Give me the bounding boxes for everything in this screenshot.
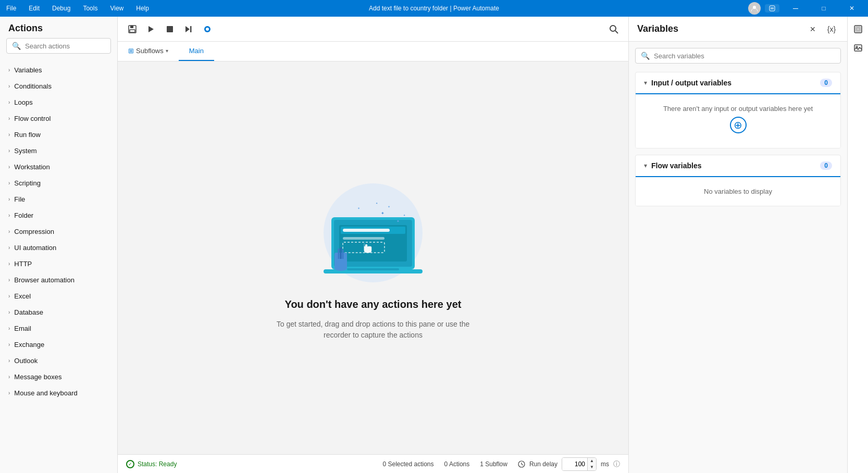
- search-variables-input[interactable]: [654, 52, 835, 60]
- svg-point-11: [610, 26, 616, 31]
- account-label[interactable]: [765, 4, 779, 13]
- variables-search-icon: 🔍: [641, 52, 650, 60]
- input-output-variables-section: ▾ Input / output variables 0 There aren'…: [635, 72, 841, 148]
- action-item-http[interactable]: ›HTTP: [0, 256, 117, 272]
- save-button[interactable]: [124, 21, 141, 38]
- action-item-label: HTTP: [14, 260, 32, 268]
- variables-extra-button[interactable]: {x}: [824, 22, 839, 36]
- action-chevron-icon: ›: [8, 164, 10, 170]
- variables-panel: Variables ✕ {x} 🔍 ▾ Input / output varia…: [628, 17, 847, 473]
- input-output-section-body: There aren't any input or output variabl…: [636, 94, 840, 148]
- close-button[interactable]: ✕: [840, 0, 864, 17]
- action-item-label: Message boxes: [14, 373, 61, 381]
- action-item-loops[interactable]: ›Loops: [0, 94, 117, 110]
- actions-search-box[interactable]: 🔍: [6, 38, 111, 54]
- add-input-output-variable-button[interactable]: ⊕: [730, 117, 747, 133]
- run-delay-icon: [518, 460, 525, 468]
- action-item-run-flow[interactable]: ›Run flow: [0, 127, 117, 143]
- run-delay-unit: ms: [601, 460, 609, 468]
- svg-rect-8: [190, 26, 192, 32]
- action-item-system[interactable]: ›System: [0, 143, 117, 159]
- action-item-message-boxes[interactable]: ›Message boxes: [0, 369, 117, 385]
- menu-item-debug[interactable]: Debug: [50, 4, 72, 13]
- window-controls[interactable]: ─ □ ✕: [748, 0, 864, 17]
- subflow-count: 1 Subflow: [480, 460, 507, 468]
- menu-bar[interactable]: FileEditDebugToolsViewHelp: [4, 4, 151, 13]
- title-bar: FileEditDebugToolsViewHelp Add text file…: [0, 0, 868, 17]
- tab-subflows[interactable]: ⊞ Subflows ▾: [118, 42, 179, 61]
- action-item-label: Excel: [14, 292, 31, 300]
- svg-rect-4: [130, 30, 135, 32]
- action-chevron-icon: ›: [8, 261, 10, 267]
- action-item-mouse-and-keyboard[interactable]: ›Mouse and keyboard: [0, 385, 117, 401]
- menu-item-tools[interactable]: Tools: [81, 4, 100, 13]
- flow-variables-chevron-icon: ▾: [644, 162, 647, 169]
- record-button[interactable]: [199, 21, 216, 38]
- action-chevron-icon: ›: [8, 342, 10, 347]
- svg-text:✦: ✦: [388, 205, 390, 208]
- action-item-conditionals[interactable]: ›Conditionals: [0, 78, 117, 94]
- svg-text:✦: ✦: [376, 202, 378, 205]
- action-item-scripting[interactable]: ›Scripting: [0, 175, 117, 191]
- input-output-section-badge: 0: [820, 79, 832, 87]
- action-item-outlook[interactable]: ›Outlook: [0, 353, 117, 369]
- action-item-exchange[interactable]: ›Exchange: [0, 337, 117, 353]
- run-button[interactable]: [143, 21, 159, 38]
- action-item-database[interactable]: ›Database: [0, 304, 117, 320]
- action-item-variables[interactable]: ›Variables: [0, 62, 117, 78]
- action-chevron-icon: ›: [8, 229, 10, 234]
- action-chevron-icon: ›: [8, 293, 10, 299]
- tab-subflows-label: Subflows: [136, 47, 164, 55]
- flow-variables-section-header[interactable]: ▾ Flow variables 0: [636, 155, 840, 177]
- run-delay-up-button[interactable]: ▲: [588, 458, 596, 464]
- action-chevron-icon: ›: [8, 132, 10, 138]
- action-item-label: Loops: [14, 98, 32, 106]
- action-item-workstation[interactable]: ›Workstation: [0, 159, 117, 175]
- stop-button[interactable]: [162, 21, 178, 38]
- maximize-button[interactable]: □: [812, 0, 836, 17]
- menu-item-help[interactable]: Help: [134, 4, 151, 13]
- image-button[interactable]: [850, 40, 866, 56]
- action-item-file[interactable]: ›File: [0, 191, 117, 207]
- action-item-folder[interactable]: ›Folder: [0, 207, 117, 223]
- layers-button[interactable]: [850, 21, 866, 38]
- svg-line-12: [615, 31, 618, 33]
- actions-panel: Actions 🔍 ›Variables›Conditionals›Loops›…: [0, 17, 118, 473]
- avatar: [748, 2, 761, 15]
- action-chevron-icon: ›: [8, 196, 10, 202]
- action-item-browser-automation[interactable]: ›Browser automation: [0, 272, 117, 288]
- action-item-label: Workstation: [14, 163, 49, 171]
- toolbar-search-button[interactable]: [605, 21, 622, 38]
- run-delay-down-button[interactable]: ▼: [588, 464, 596, 470]
- action-chevron-icon: ›: [8, 390, 10, 396]
- empty-state-illustration: ✦ ✦ ✦ ✦ ✦ ✦: [300, 176, 446, 290]
- action-item-ui-automation[interactable]: ›UI automation: [0, 240, 117, 256]
- menu-item-edit[interactable]: Edit: [27, 4, 42, 13]
- next-step-button[interactable]: [180, 21, 197, 38]
- action-item-compression[interactable]: ›Compression: [0, 223, 117, 240]
- menu-item-view[interactable]: View: [108, 4, 126, 13]
- status-items: 0 Selected actions 0 Actions 1 Subflow R…: [382, 457, 620, 471]
- menu-item-file[interactable]: File: [4, 4, 18, 13]
- actions-list: ›Variables›Conditionals›Loops›Flow contr…: [0, 60, 117, 473]
- run-delay-input[interactable]: [562, 458, 587, 470]
- run-delay-input-wrap[interactable]: ▲ ▼: [562, 457, 597, 471]
- selected-actions-count: 0 Selected actions: [382, 460, 433, 468]
- variables-body: ▾ Input / output variables 0 There aren'…: [629, 70, 847, 473]
- run-delay-section: Run delay ▲ ▼ ms ⓘ: [518, 457, 620, 471]
- search-actions-input[interactable]: [25, 42, 105, 50]
- input-output-section-header[interactable]: ▾ Input / output variables 0: [636, 72, 840, 94]
- status-dot: ✓: [126, 460, 134, 468]
- action-item-excel[interactable]: ›Excel: [0, 288, 117, 304]
- variables-close-button[interactable]: ✕: [805, 22, 820, 36]
- minimize-button[interactable]: ─: [784, 0, 808, 17]
- action-item-label: Scripting: [14, 179, 41, 187]
- variables-search-box[interactable]: 🔍: [635, 48, 841, 64]
- run-delay-spinners: ▲ ▼: [587, 458, 596, 470]
- tab-main[interactable]: Main: [179, 42, 214, 61]
- action-item-email[interactable]: ›Email: [0, 320, 117, 337]
- action-item-flow-control[interactable]: ›Flow control: [0, 110, 117, 127]
- action-item-label: Variables: [14, 66, 42, 74]
- svg-line-36: [522, 464, 523, 465]
- run-delay-info-icon: ⓘ: [613, 459, 620, 469]
